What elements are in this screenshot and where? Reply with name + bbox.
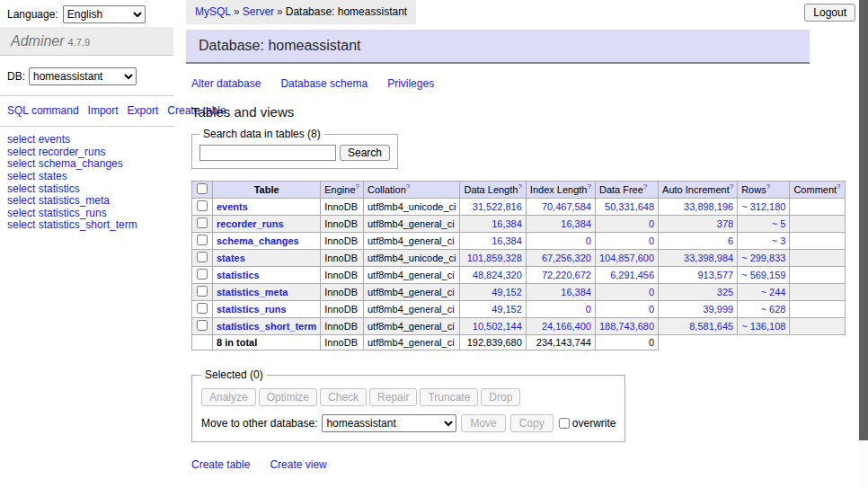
data-length-link[interactable]: 48,824,320 [473, 270, 522, 280]
rows-link[interactable]: ~ 312,180 [741, 201, 785, 212]
alter-database-link[interactable]: Alter database [191, 77, 261, 90]
move-database-select[interactable]: homeassistant [322, 414, 456, 432]
privileges-link[interactable]: Privileges [387, 77, 434, 90]
table-link[interactable]: statistics_meta [217, 287, 288, 297]
database-schema-link[interactable]: Database schema [280, 77, 368, 90]
sidebar-item-select-statistics[interactable]: select statistics [7, 182, 80, 195]
copy-button[interactable]: Copy [510, 414, 554, 432]
index-length-link[interactable]: 16,384 [561, 287, 591, 297]
sidebar-item-select-states[interactable]: select states [7, 170, 67, 182]
row-checkbox[interactable] [197, 217, 208, 228]
row-checkbox[interactable] [197, 320, 208, 331]
index-length-link[interactable]: 72,220,672 [542, 270, 591, 280]
scrollbar[interactable] [859, 0, 868, 488]
breadcrumb-server[interactable]: Server [243, 5, 274, 18]
data-free-link[interactable]: 0 [649, 304, 654, 315]
breadcrumb-mysql[interactable]: MySQL [195, 5, 231, 18]
sidebar-item-select-statistics-short-term[interactable]: select statistics_short_term [7, 218, 137, 231]
data-free-link[interactable]: 6,291,456 [610, 270, 654, 280]
data-free-link[interactable]: 50,331,648 [605, 201, 654, 212]
auto-increment-link[interactable]: 913,577 [697, 270, 733, 280]
search-input[interactable] [199, 145, 336, 161]
scrollbar-thumb[interactable] [859, 0, 868, 440]
help-icon[interactable]: ? [518, 182, 521, 191]
data-length-link[interactable]: 10,502,144 [473, 321, 522, 332]
rows-link[interactable]: ~ 5 [772, 218, 786, 229]
row-checkbox[interactable] [197, 303, 208, 314]
sidebar-item-select-recorder-runs[interactable]: select recorder_runs [7, 146, 105, 158]
create-view-link[interactable]: Create view [270, 458, 326, 471]
data-length-link[interactable]: 16,384 [492, 218, 522, 229]
repair-button[interactable]: Repair [369, 388, 417, 406]
app-name-link[interactable]: Adminer [11, 33, 65, 49]
drop-button[interactable]: Drop [481, 388, 520, 406]
index-length-link[interactable]: 16,384 [561, 218, 591, 229]
language-select[interactable]: English [63, 5, 146, 23]
data-free-link[interactable]: 104,857,600 [599, 253, 654, 263]
db-select[interactable]: homeassistant [29, 67, 137, 85]
sidebar-item-select-events[interactable]: select events [7, 133, 70, 146]
create-table-link[interactable]: Create table [191, 458, 250, 471]
rows-link[interactable]: ~ 244 [761, 287, 786, 297]
auto-increment-link[interactable]: 378 [717, 218, 733, 229]
help-icon[interactable]: ? [730, 182, 733, 191]
search-button[interactable]: Search [340, 145, 390, 161]
sidebar-item-sql-command[interactable]: SQL command [7, 104, 79, 117]
sidebar-item-select-statistics-meta[interactable]: select statistics_meta [7, 194, 110, 207]
table-link[interactable]: statistics_short_term [217, 321, 316, 332]
rows-link[interactable]: ~ 628 [761, 304, 786, 315]
table-link[interactable]: statistics [217, 270, 260, 280]
row-checkbox[interactable] [197, 252, 208, 262]
table-link[interactable]: states [217, 253, 245, 263]
auto-increment-link[interactable]: 39,999 [704, 304, 734, 315]
help-icon[interactable]: ? [406, 182, 410, 191]
data-free-link[interactable]: 0 [649, 235, 654, 246]
data-length-link[interactable]: 101,859,328 [467, 253, 522, 263]
table-link[interactable]: schema_changes [217, 235, 299, 246]
index-length-link[interactable]: 70,467,584 [542, 201, 591, 212]
data-length-link[interactable]: 49,152 [492, 304, 522, 315]
overwrite-checkbox[interactable] [559, 418, 570, 429]
rows-link[interactable]: ~ 299,833 [741, 253, 785, 263]
index-length-link[interactable]: 0 [586, 235, 591, 246]
auto-increment-link[interactable]: 6 [728, 235, 733, 246]
auto-increment-link[interactable]: 8,581,645 [689, 321, 733, 332]
analyze-button[interactable]: Analyze [201, 388, 256, 406]
index-length-link[interactable]: 0 [586, 304, 591, 315]
sidebar-item-import[interactable]: Import [88, 104, 119, 117]
index-length-link[interactable]: 67,256,320 [542, 253, 591, 263]
auto-increment-link[interactable]: 325 [717, 287, 733, 297]
rows-link[interactable]: ~ 3 [772, 235, 786, 246]
sidebar-item-select-schema-changes[interactable]: select schema_changes [7, 157, 123, 170]
help-icon[interactable]: ? [766, 182, 770, 191]
index-length-link[interactable]: 24,166,400 [542, 321, 591, 332]
sidebar-item-select-statistics-runs[interactable]: select statistics_runs [7, 207, 107, 219]
row-checkbox[interactable] [197, 235, 208, 245]
help-icon[interactable]: ? [356, 182, 359, 191]
check-button[interactable]: Check [320, 388, 367, 406]
data-free-link[interactable]: 0 [649, 218, 654, 229]
table-link[interactable]: events [217, 201, 248, 212]
auto-increment-link[interactable]: 33,898,196 [684, 201, 733, 212]
table-link[interactable]: statistics_runs [217, 304, 287, 315]
select-all-checkbox[interactable] [197, 183, 208, 194]
rows-link[interactable]: ~ 136,108 [741, 321, 785, 332]
data-free-link[interactable]: 188,743,680 [599, 321, 654, 332]
auto-increment-link[interactable]: 33,398,984 [684, 253, 733, 263]
data-length-link[interactable]: 16,384 [492, 235, 522, 246]
move-button[interactable]: Move [461, 414, 505, 432]
help-icon[interactable]: ? [837, 182, 840, 191]
data-length-link[interactable]: 49,152 [492, 287, 522, 297]
help-icon[interactable]: ? [643, 182, 647, 191]
optimize-button[interactable]: Optimize [259, 388, 317, 406]
rows-link[interactable]: ~ 569,159 [741, 270, 785, 280]
table-link[interactable]: recorder_runs [217, 218, 284, 229]
sidebar-item-export[interactable]: Export [128, 104, 159, 117]
help-icon[interactable]: ? [587, 182, 590, 191]
row-checkbox[interactable] [197, 269, 208, 279]
data-length-link[interactable]: 31,522,816 [473, 201, 522, 212]
row-checkbox[interactable] [197, 200, 208, 211]
truncate-button[interactable]: Truncate [420, 388, 478, 406]
row-checkbox[interactable] [197, 286, 208, 297]
data-free-link[interactable]: 0 [649, 287, 654, 297]
